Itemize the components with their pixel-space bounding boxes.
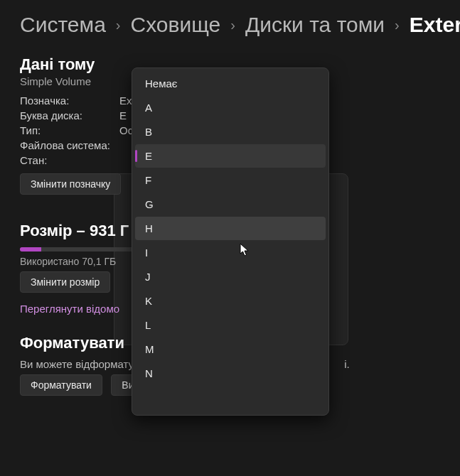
drive-letter-option[interactable]: N xyxy=(135,362,326,385)
drive-letter-flyout[interactable]: НемаєABEFGHIJKLMN xyxy=(132,67,329,416)
drive-letter-option[interactable]: J xyxy=(135,265,326,288)
drive-letter-option[interactable]: E xyxy=(135,144,326,168)
crumb-disks[interactable]: Диски та томи xyxy=(245,13,385,37)
letter-key: Буква диска: xyxy=(20,109,119,121)
drive-letter-option[interactable]: G xyxy=(135,193,326,216)
drive-letter-option[interactable]: I xyxy=(135,241,326,264)
crumb-current: Extern xyxy=(410,13,460,37)
chevron-icon: › xyxy=(230,17,235,33)
chevron-icon: › xyxy=(395,17,400,33)
view-details-link[interactable]: Переглянути відомо xyxy=(20,303,119,315)
breadcrumb: Система › Сховище › Диски та томи › Exte… xyxy=(0,0,460,43)
drive-letter-option[interactable]: B xyxy=(135,120,326,144)
drive-letter-option[interactable]: M xyxy=(135,337,326,361)
drive-letter-option[interactable]: F xyxy=(135,168,326,192)
drive-letter-option[interactable]: L xyxy=(135,313,326,337)
format-button[interactable]: Форматувати xyxy=(20,374,102,396)
drive-letter-option[interactable]: Немає xyxy=(135,72,326,95)
state-key: Стан: xyxy=(20,154,119,166)
fs-key: Файлова система: xyxy=(20,139,119,151)
letter-value: E xyxy=(119,109,127,121)
crumb-storage[interactable]: Сховище xyxy=(131,13,221,37)
crumb-system[interactable]: Система xyxy=(20,13,106,37)
drive-letter-option[interactable]: H xyxy=(135,217,326,240)
label-key: Позначка: xyxy=(20,94,119,107)
change-label-button[interactable]: Змінити позначку xyxy=(20,173,121,195)
size-progress-fill xyxy=(20,247,41,251)
drive-letter-option[interactable]: A xyxy=(135,96,326,119)
resize-button[interactable]: Змінити розмір xyxy=(20,271,110,293)
drive-letter-option[interactable]: K xyxy=(135,289,326,313)
type-key: Тип: xyxy=(20,124,119,136)
chevron-icon: › xyxy=(116,17,121,33)
